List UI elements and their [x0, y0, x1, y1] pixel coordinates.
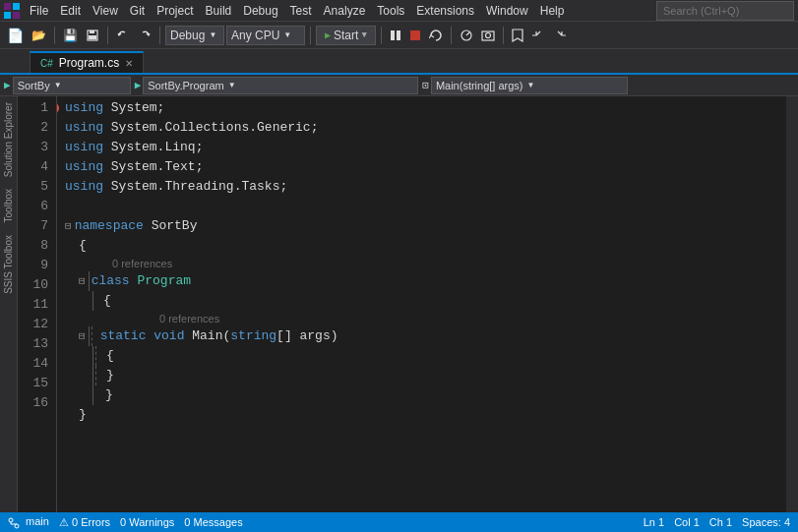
open-btn[interactable]: 📂 — [29, 25, 49, 46]
redo-btn[interactable] — [135, 25, 154, 46]
kw-namespace: namespace — [75, 216, 144, 236]
code-line-9: ⊟ class Program — [65, 271, 786, 291]
code-line-1: ⚠ using System; — [65, 98, 786, 118]
kw-class: class — [92, 271, 130, 291]
search-input[interactable] — [656, 1, 794, 21]
sep1 — [54, 27, 55, 44]
sidebar-solution-explorer[interactable]: Solution Explorer — [1, 96, 16, 183]
code-container: 1 2 3 4 5 6 7 8 9 10 11 12 13 14 15 16 — [18, 96, 798, 530]
cs-file-icon: C# — [40, 58, 53, 69]
cursor-position-line: Ln 1 — [644, 516, 664, 528]
warning-count: 0 Warnings — [120, 516, 174, 528]
code-line-13: } — [65, 366, 786, 385]
member-icon: ⊡ — [422, 79, 429, 91]
nav-forward-btn[interactable] — [550, 25, 570, 46]
nav-back-btn[interactable] — [528, 25, 548, 46]
svg-rect-7 — [391, 30, 395, 40]
new-project-btn[interactable]: 📄 — [4, 25, 27, 46]
sep6 — [451, 27, 452, 44]
line-num-5: 5 — [22, 177, 48, 197]
svg-rect-1 — [13, 3, 20, 10]
code-15-brace: } — [79, 405, 87, 425]
code-7-rest: SortBy — [144, 216, 198, 236]
vertical-scrollbar[interactable] — [786, 96, 798, 530]
undo-btn[interactable] — [113, 25, 133, 46]
sep3 — [159, 27, 160, 44]
code-11-rest: [] args) — [276, 326, 338, 346]
debug-config-dropdown[interactable]: Debug ▼ — [165, 26, 224, 45]
toolbar-row1: 📄 📂 💾 Debug ▼ Any CPU ▼ ▶ Start ▼ — [0, 22, 798, 49]
code-8-brace: { — [79, 236, 87, 256]
sidebar-toolbox[interactable]: Toolbox — [1, 183, 16, 228]
member-dropdown[interactable]: Main(string[] args) ▼ — [431, 77, 628, 94]
menu-build[interactable]: Build — [200, 2, 238, 20]
collapse-main[interactable]: ⊟ — [79, 326, 86, 346]
kw-using-2: using — [65, 118, 103, 138]
status-bar: main ⚠ 0 Errors 0 Warnings 0 Messages Ln… — [0, 512, 798, 532]
code-4-rest: System.Text; — [103, 157, 203, 177]
menu-extensions[interactable]: Extensions — [410, 2, 480, 20]
menu-window[interactable]: Window — [480, 2, 534, 20]
code-line-8: { — [65, 236, 786, 256]
code-line-12: { — [65, 346, 786, 366]
menu-project[interactable]: Project — [151, 2, 199, 20]
line-num-3: 3 — [22, 138, 48, 157]
menu-tools[interactable]: Tools — [371, 2, 410, 20]
code-line-5: using System.Threading.Tasks; — [65, 177, 786, 197]
hint-main: 0 references — [65, 311, 786, 326]
sep2 — [107, 27, 108, 44]
menu-file[interactable]: File — [24, 2, 54, 20]
collapse-namespace[interactable]: ⊟ — [65, 216, 72, 236]
svg-rect-6 — [89, 35, 96, 39]
profiler-btn[interactable] — [457, 25, 476, 46]
menu-help[interactable]: Help — [534, 2, 571, 20]
cpu-config-dropdown[interactable]: Any CPU ▼ — [226, 26, 305, 45]
pause-btn[interactable] — [387, 25, 404, 46]
hint-main-text: 0 references — [159, 309, 219, 328]
line-num-10: 10 — [22, 275, 48, 295]
scope-dropdown[interactable]: SortBy ▼ — [13, 77, 131, 94]
line-num-15: 15 — [22, 374, 48, 393]
line-num-14: 14 — [22, 354, 48, 374]
tab-program-cs[interactable]: C# Program.cs ✕ — [30, 51, 144, 73]
line-num-8: 8 — [22, 236, 48, 256]
code-10-brace: { — [103, 291, 111, 311]
svg-rect-3 — [13, 12, 20, 19]
code-11-space2: Main( — [184, 326, 230, 346]
sep7 — [503, 27, 504, 44]
save-all-btn[interactable] — [83, 25, 102, 46]
code-editor[interactable]: ⚠ using System; using System.Collections… — [57, 96, 786, 530]
menu-edit[interactable]: Edit — [54, 2, 87, 20]
screenshot-btn[interactable] — [478, 25, 498, 46]
menu-view[interactable]: View — [87, 2, 124, 20]
code-line-16 — [65, 425, 786, 444]
hint-class: 0 references — [65, 256, 786, 271]
kw-using-4: using — [65, 157, 103, 177]
svg-rect-8 — [397, 30, 400, 40]
bookmark-btn[interactable] — [509, 25, 526, 46]
restart-btn[interactable] — [426, 25, 446, 46]
sidebar-ssis-toolbox[interactable]: SSIS Toolbox — [1, 229, 16, 300]
start-button[interactable]: ▶ Start ▼ — [316, 26, 376, 45]
stop-btn[interactable] — [406, 25, 424, 46]
line-numbers: 1 2 3 4 5 6 7 8 9 10 11 12 13 14 15 16 — [18, 96, 57, 530]
menu-test[interactable]: Test — [284, 2, 318, 20]
menu-analyze[interactable]: Analyze — [318, 2, 372, 20]
code-11-space1 — [146, 326, 153, 346]
indent-info: Spaces: 4 — [742, 516, 790, 528]
collapse-class[interactable]: ⊟ — [79, 271, 86, 291]
svg-rect-9 — [410, 30, 420, 40]
type-dropdown[interactable]: SortBy.Program ▼ — [143, 77, 418, 94]
kw-static: static — [100, 326, 147, 346]
hint-class-text: 0 references — [112, 254, 172, 273]
menu-debug[interactable]: Debug — [237, 2, 283, 20]
menu-git[interactable]: Git — [124, 2, 151, 20]
save-btn[interactable]: 💾 — [60, 25, 81, 46]
tab-label: Program.cs — [59, 56, 119, 70]
line-num-13: 13 — [22, 334, 48, 354]
code-line-11: ⊟ static void Main(string[] args) — [65, 326, 786, 346]
kw-using-1: using — [65, 98, 103, 118]
tab-close-btn[interactable]: ✕ — [125, 58, 133, 69]
code-line-3: using System.Linq; — [65, 138, 786, 157]
code-13-brace: } — [106, 366, 114, 385]
